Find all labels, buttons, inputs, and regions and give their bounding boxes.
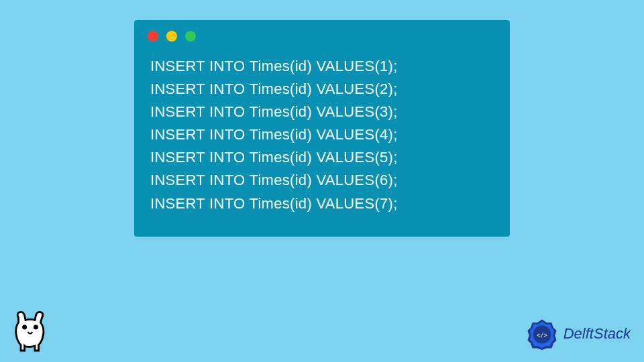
code-window: INSERT INTO Times(id) VALUES(1); INSERT … [134,20,510,237]
window-titlebar [134,20,510,50]
svg-point-1 [34,326,37,328]
close-dot-icon [148,31,158,42]
brand-name: DelftStack [564,325,631,343]
code-line: INSERT INTO Times(id) VALUES(3); [150,101,494,123]
code-line: INSERT INTO Times(id) VALUES(7); [150,192,494,215]
svg-text:</>: </> [537,332,547,339]
delftstack-badge-icon: </> [526,318,558,350]
svg-point-0 [23,326,26,328]
code-line: INSERT INTO Times(id) VALUES(1); [150,55,494,78]
delftstack-logo: </> DelftStack [526,318,631,350]
code-line: INSERT INTO Times(id) VALUES(5); [150,146,494,169]
code-line: INSERT INTO Times(id) VALUES(4); [150,123,494,146]
code-content: INSERT INTO Times(id) VALUES(1); INSERT … [134,50,510,223]
code-line: INSERT INTO Times(id) VALUES(2); [150,78,494,101]
code-line: INSERT INTO Times(id) VALUES(6); [150,169,494,192]
maximize-dot-icon [185,31,196,42]
minimize-dot-icon [166,31,177,42]
postgresql-elephant-icon [7,308,54,355]
